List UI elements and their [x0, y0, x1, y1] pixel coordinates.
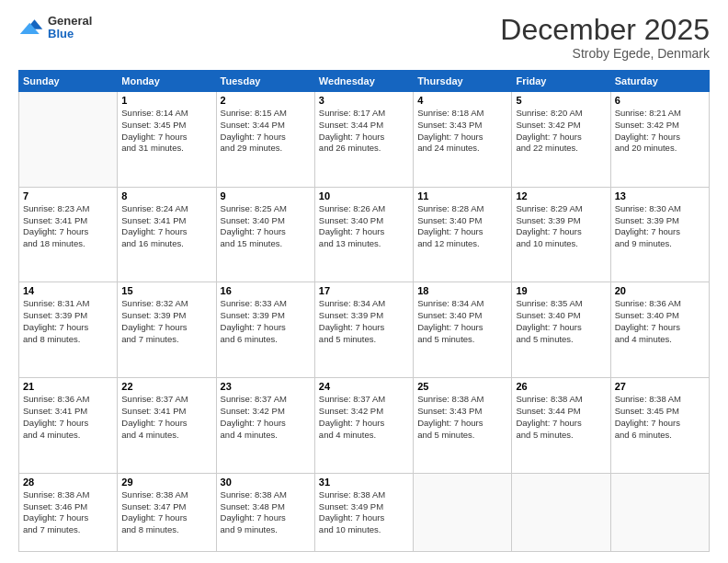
- cell-info: Sunrise: 8:21 AM Sunset: 3:42 PM Dayligh…: [615, 108, 705, 155]
- cell-info: Sunrise: 8:38 AM Sunset: 3:44 PM Dayligh…: [516, 394, 606, 441]
- calendar-cell: 9Sunrise: 8:25 AM Sunset: 3:40 PM Daylig…: [216, 187, 314, 282]
- calendar-cell: 23Sunrise: 8:37 AM Sunset: 3:42 PM Dayli…: [216, 378, 314, 474]
- day-number: 24: [319, 381, 409, 392]
- cell-info: Sunrise: 8:37 AM Sunset: 3:41 PM Dayligh…: [121, 394, 211, 441]
- title-section: December 2025 Stroby Egede, Denmark: [500, 15, 710, 61]
- calendar-row-1: 7Sunrise: 8:23 AM Sunset: 3:41 PM Daylig…: [19, 187, 710, 282]
- calendar-cell: 14Sunrise: 8:31 AM Sunset: 3:39 PM Dayli…: [19, 282, 118, 378]
- day-number: 19: [516, 285, 606, 296]
- header: General Blue December 2025 Stroby Egede,…: [18, 15, 710, 61]
- day-number: 1: [121, 95, 211, 106]
- day-number: 26: [516, 381, 606, 392]
- cell-info: Sunrise: 8:34 AM Sunset: 3:39 PM Dayligh…: [319, 298, 409, 345]
- col-header-wednesday: Wednesday: [314, 71, 413, 92]
- cell-info: Sunrise: 8:20 AM Sunset: 3:42 PM Dayligh…: [516, 108, 606, 155]
- calendar-header-row: SundayMondayTuesdayWednesdayThursdayFrid…: [19, 71, 710, 92]
- logo-general: General: [48, 15, 92, 28]
- day-number: 30: [221, 477, 311, 488]
- cell-info: Sunrise: 8:17 AM Sunset: 3:44 PM Dayligh…: [319, 108, 409, 155]
- calendar-cell: 27Sunrise: 8:38 AM Sunset: 3:45 PM Dayli…: [610, 378, 709, 474]
- calendar-cell: 15Sunrise: 8:32 AM Sunset: 3:39 PM Dayli…: [118, 282, 216, 378]
- day-number: 2: [221, 95, 311, 106]
- day-number: 22: [121, 381, 211, 392]
- day-number: 14: [23, 285, 113, 296]
- cell-info: Sunrise: 8:24 AM Sunset: 3:41 PM Dayligh…: [121, 203, 211, 250]
- calendar-cell: 31Sunrise: 8:38 AM Sunset: 3:49 PM Dayli…: [314, 473, 413, 551]
- calendar-cell: 24Sunrise: 8:37 AM Sunset: 3:42 PM Dayli…: [314, 378, 413, 474]
- calendar-cell: [414, 473, 512, 551]
- day-number: 25: [417, 381, 507, 392]
- day-number: 9: [221, 190, 311, 201]
- col-header-saturday: Saturday: [610, 71, 709, 92]
- cell-info: Sunrise: 8:38 AM Sunset: 3:47 PM Dayligh…: [121, 489, 211, 536]
- calendar-cell: 3Sunrise: 8:17 AM Sunset: 3:44 PM Daylig…: [314, 92, 413, 188]
- calendar-cell: 11Sunrise: 8:28 AM Sunset: 3:40 PM Dayli…: [414, 187, 512, 282]
- day-number: 23: [221, 381, 311, 392]
- cell-info: Sunrise: 8:38 AM Sunset: 3:49 PM Dayligh…: [319, 489, 409, 536]
- col-header-monday: Monday: [118, 71, 216, 92]
- calendar-cell: 12Sunrise: 8:29 AM Sunset: 3:39 PM Dayli…: [512, 187, 610, 282]
- cell-info: Sunrise: 8:36 AM Sunset: 3:41 PM Dayligh…: [23, 394, 113, 441]
- calendar-cell: 5Sunrise: 8:20 AM Sunset: 3:42 PM Daylig…: [512, 92, 610, 188]
- cell-info: Sunrise: 8:35 AM Sunset: 3:40 PM Dayligh…: [516, 298, 606, 345]
- day-number: 17: [319, 285, 409, 296]
- day-number: 3: [319, 95, 409, 106]
- calendar-cell: [19, 92, 118, 188]
- col-header-friday: Friday: [512, 71, 610, 92]
- cell-info: Sunrise: 8:28 AM Sunset: 3:40 PM Dayligh…: [417, 203, 507, 250]
- calendar-cell: 25Sunrise: 8:38 AM Sunset: 3:43 PM Dayli…: [414, 378, 512, 474]
- calendar-cell: 19Sunrise: 8:35 AM Sunset: 3:40 PM Dayli…: [512, 282, 610, 378]
- calendar-cell: 6Sunrise: 8:21 AM Sunset: 3:42 PM Daylig…: [610, 92, 709, 188]
- calendar-cell: 21Sunrise: 8:36 AM Sunset: 3:41 PM Dayli…: [19, 378, 118, 474]
- day-number: 20: [615, 285, 705, 296]
- day-number: 21: [23, 381, 113, 392]
- cell-info: Sunrise: 8:37 AM Sunset: 3:42 PM Dayligh…: [319, 394, 409, 441]
- logo-text: General Blue: [48, 15, 92, 41]
- calendar-cell: 29Sunrise: 8:38 AM Sunset: 3:47 PM Dayli…: [118, 473, 216, 551]
- calendar-cell: 28Sunrise: 8:38 AM Sunset: 3:46 PM Dayli…: [19, 473, 118, 551]
- cell-info: Sunrise: 8:38 AM Sunset: 3:48 PM Dayligh…: [221, 489, 311, 536]
- day-number: 28: [23, 477, 113, 488]
- page: General Blue December 2025 Stroby Egede,…: [0, 0, 728, 563]
- day-number: 16: [221, 285, 311, 296]
- calendar-cell: [610, 473, 709, 551]
- cell-info: Sunrise: 8:26 AM Sunset: 3:40 PM Dayligh…: [319, 203, 409, 250]
- col-header-sunday: Sunday: [19, 71, 118, 92]
- day-number: 18: [417, 285, 507, 296]
- cell-info: Sunrise: 8:14 AM Sunset: 3:45 PM Dayligh…: [121, 108, 211, 155]
- cell-info: Sunrise: 8:38 AM Sunset: 3:43 PM Dayligh…: [417, 394, 507, 441]
- calendar-cell: 2Sunrise: 8:15 AM Sunset: 3:44 PM Daylig…: [216, 92, 314, 188]
- calendar-cell: 8Sunrise: 8:24 AM Sunset: 3:41 PM Daylig…: [118, 187, 216, 282]
- calendar-cell: 10Sunrise: 8:26 AM Sunset: 3:40 PM Dayli…: [314, 187, 413, 282]
- day-number: 31: [319, 477, 409, 488]
- calendar-cell: 17Sunrise: 8:34 AM Sunset: 3:39 PM Dayli…: [314, 282, 413, 378]
- cell-info: Sunrise: 8:37 AM Sunset: 3:42 PM Dayligh…: [221, 394, 311, 441]
- calendar-cell: [512, 473, 610, 551]
- day-number: 8: [121, 190, 211, 201]
- calendar-cell: 7Sunrise: 8:23 AM Sunset: 3:41 PM Daylig…: [19, 187, 118, 282]
- calendar-cell: 20Sunrise: 8:36 AM Sunset: 3:40 PM Dayli…: [610, 282, 709, 378]
- calendar-table: SundayMondayTuesdayWednesdayThursdayFrid…: [18, 70, 710, 552]
- cell-info: Sunrise: 8:15 AM Sunset: 3:44 PM Dayligh…: [221, 108, 311, 155]
- day-number: 27: [615, 381, 705, 392]
- calendar-cell: 16Sunrise: 8:33 AM Sunset: 3:39 PM Dayli…: [216, 282, 314, 378]
- day-number: 15: [121, 285, 211, 296]
- calendar-row-4: 28Sunrise: 8:38 AM Sunset: 3:46 PM Dayli…: [19, 473, 710, 551]
- calendar-row-2: 14Sunrise: 8:31 AM Sunset: 3:39 PM Dayli…: [19, 282, 710, 378]
- cell-info: Sunrise: 8:18 AM Sunset: 3:43 PM Dayligh…: [417, 108, 507, 155]
- col-header-thursday: Thursday: [414, 71, 512, 92]
- cell-info: Sunrise: 8:30 AM Sunset: 3:39 PM Dayligh…: [615, 203, 705, 250]
- logo-icon: [18, 15, 44, 40]
- cell-info: Sunrise: 8:29 AM Sunset: 3:39 PM Dayligh…: [516, 203, 606, 250]
- calendar-cell: 26Sunrise: 8:38 AM Sunset: 3:44 PM Dayli…: [512, 378, 610, 474]
- day-number: 13: [615, 190, 705, 201]
- logo-blue: Blue: [48, 28, 92, 40]
- cell-info: Sunrise: 8:25 AM Sunset: 3:40 PM Dayligh…: [221, 203, 311, 250]
- day-number: 10: [319, 190, 409, 201]
- cell-info: Sunrise: 8:34 AM Sunset: 3:40 PM Dayligh…: [417, 298, 507, 345]
- calendar-row-0: 1Sunrise: 8:14 AM Sunset: 3:45 PM Daylig…: [19, 92, 710, 188]
- day-number: 6: [615, 95, 705, 106]
- cell-info: Sunrise: 8:23 AM Sunset: 3:41 PM Dayligh…: [23, 203, 113, 250]
- day-number: 11: [417, 190, 507, 201]
- calendar-cell: 18Sunrise: 8:34 AM Sunset: 3:40 PM Dayli…: [414, 282, 512, 378]
